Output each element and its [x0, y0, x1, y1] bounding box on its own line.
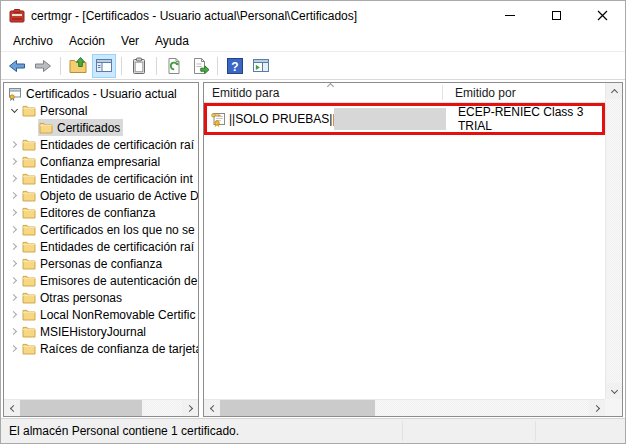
chevron-collapsed-icon[interactable] [7, 346, 21, 351]
column-header-issued-by[interactable]: Emitido por [442, 86, 516, 100]
console-tree-panel: Certificados - Usuario actualPersonalCer… [3, 82, 199, 417]
tree-item-label: Emisores de autenticación de [40, 274, 197, 288]
folder-icon [22, 240, 36, 254]
folder-icon [22, 223, 36, 237]
tree-item-content: Emisores de autenticación de [21, 272, 198, 289]
chevron-left-icon [9, 404, 16, 411]
certificate-list-panel: Emitido para Emitido por [203, 82, 623, 417]
tree-item-raices-de-confianza-de-tarjeta[interactable]: Raíces de confianza de tarjeta [4, 340, 198, 357]
chevron-glyph [9, 209, 16, 216]
tree-item-label: Personal [40, 104, 87, 118]
toolbar-separator [217, 57, 218, 75]
folder-icon [22, 342, 36, 356]
export-list-icon[interactable] [188, 54, 212, 78]
tree-item-otras-personas[interactable]: Otras personas [4, 289, 198, 306]
tree-item-content: Local NonRemovable Certific [21, 306, 198, 323]
tree-horizontal-scrollbar[interactable] [4, 399, 198, 416]
scrollbar-track[interactable] [142, 400, 182, 416]
column-divider[interactable] [442, 85, 443, 100]
tree-item-personal[interactable]: Personal [4, 102, 198, 119]
chevron-collapsed-icon[interactable] [7, 261, 21, 266]
tree-item-label: MSIEHistoryJournal [40, 325, 146, 339]
scroll-left-button[interactable] [204, 400, 220, 416]
back-icon[interactable] [5, 54, 29, 78]
tree-item-content: Confianza empresarial [21, 153, 163, 170]
tree-item-objeto-de-usuario-de-active-d[interactable]: Objeto de usuario de Active D [4, 187, 198, 204]
chevron-collapsed-icon[interactable] [7, 210, 21, 215]
chevron-glyph [9, 141, 16, 148]
certificate-row[interactable]: ||SOLO PRUEBAS|| ECEP-RENIEC Class 3 TRI… [207, 106, 602, 132]
scrollbar-thumb[interactable] [220, 400, 375, 416]
tree-item-label: Personas de confianza [40, 257, 162, 271]
list-horizontal-scrollbar[interactable] [204, 399, 605, 416]
maximize-button[interactable] [533, 1, 579, 30]
chevron-glyph [9, 345, 16, 352]
forward-icon[interactable] [31, 54, 55, 78]
chevron-collapsed-icon[interactable] [7, 176, 21, 181]
scrollbar-track[interactable] [606, 99, 622, 383]
menu-ver[interactable]: Ver [113, 30, 147, 51]
tree-item-emisores-de-autenticacion-de[interactable]: Emisores de autenticación de [4, 272, 198, 289]
scrollbar-corner [605, 399, 622, 416]
chevron-glyph [9, 158, 16, 165]
chevron-collapsed-icon[interactable] [7, 227, 21, 232]
status-divider [535, 421, 536, 441]
tree-item-personas-de-confianza[interactable]: Personas de confianza [4, 255, 198, 272]
tree-item-certificados[interactable]: Certificados [4, 119, 198, 136]
column-header-issued-to[interactable]: Emitido para [204, 86, 442, 100]
scroll-left-button[interactable] [4, 400, 20, 416]
up-one-level-icon[interactable] [66, 54, 90, 78]
scrollbar-thumb[interactable] [20, 400, 142, 416]
scroll-down-button[interactable] [606, 383, 622, 399]
chevron-collapsed-icon[interactable] [7, 278, 21, 283]
tree-item-entidades-de-certificacion-rai[interactable]: Entidades de certificación raí [4, 238, 198, 255]
chevron-glyph [9, 294, 16, 301]
minimize-button[interactable] [487, 1, 533, 30]
scroll-right-button[interactable] [182, 400, 198, 416]
tree-item-label: Certificados en los que no se [40, 223, 195, 237]
scroll-right-button[interactable] [589, 400, 605, 416]
tree-item-msiehistoryjournal[interactable]: MSIEHistoryJournal [4, 323, 198, 340]
clipboard-icon[interactable] [127, 54, 151, 78]
tree-item-content: MSIEHistoryJournal [21, 323, 149, 340]
tree-item-label: Raíces de confianza de tarjeta [40, 342, 198, 356]
close-icon [597, 10, 608, 21]
chevron-collapsed-icon[interactable] [7, 329, 21, 334]
list-vertical-scrollbar[interactable] [605, 83, 622, 399]
menu-ayuda[interactable]: Ayuda [147, 30, 197, 51]
tree-item-editores-de-confianza[interactable]: Editores de confianza [4, 204, 198, 221]
tree-item-content: Raíces de confianza de tarjeta [21, 340, 198, 357]
tree-item-content: Entidades de certificación int [21, 170, 196, 187]
chevron-collapsed-icon[interactable] [7, 295, 21, 300]
show-action-pane-icon[interactable] [249, 54, 273, 78]
tree-item-content: Personal [21, 102, 90, 119]
scroll-up-button[interactable] [606, 83, 622, 99]
tree-item-content: Objeto de usuario de Active D [21, 187, 198, 204]
certificate-icon [210, 111, 226, 127]
help-icon[interactable]: ? [223, 54, 247, 78]
tree-item-confianza-empresarial[interactable]: Confianza empresarial [4, 153, 198, 170]
tree-item-certificados-usuario-actual[interactable]: Certificados - Usuario actual [4, 85, 198, 102]
tree-item-entidades-de-certificacion-rai[interactable]: Entidades de certificación raí [4, 136, 198, 153]
toolbar-separator [156, 57, 157, 75]
close-button[interactable] [579, 1, 625, 30]
menu-archivo[interactable]: Archivo [5, 30, 61, 51]
tree-item-content: Entidades de certificación raí [21, 136, 197, 153]
certificates-store-icon [8, 87, 22, 101]
chevron-collapsed-icon[interactable] [7, 312, 21, 317]
tree-item-entidades-de-certificacion-int[interactable]: Entidades de certificación int [4, 170, 198, 187]
tree-item-local-nonremovable-certific[interactable]: Local NonRemovable Certific [4, 306, 198, 323]
tree-item-label: Entidades de certificación raí [40, 138, 194, 152]
chevron-collapsed-icon[interactable] [7, 193, 21, 198]
chevron-collapsed-icon[interactable] [7, 159, 21, 164]
tree-item-certificados-en-los-que-no-se[interactable]: Certificados en los que no se [4, 221, 198, 238]
scrollbar-track[interactable] [375, 400, 589, 416]
menu-bar: ArchivoAcciónVerAyuda [1, 30, 625, 52]
refresh-icon[interactable] [162, 54, 186, 78]
chevron-expanded-icon[interactable] [7, 107, 21, 114]
chevron-collapsed-icon[interactable] [7, 142, 21, 147]
chevron-collapsed-icon[interactable] [7, 244, 21, 249]
show-console-tree-icon[interactable] [92, 54, 116, 78]
issued-to-value: ||SOLO PRUEBAS|| [229, 112, 336, 126]
menu-accion[interactable]: Acción [61, 30, 113, 51]
